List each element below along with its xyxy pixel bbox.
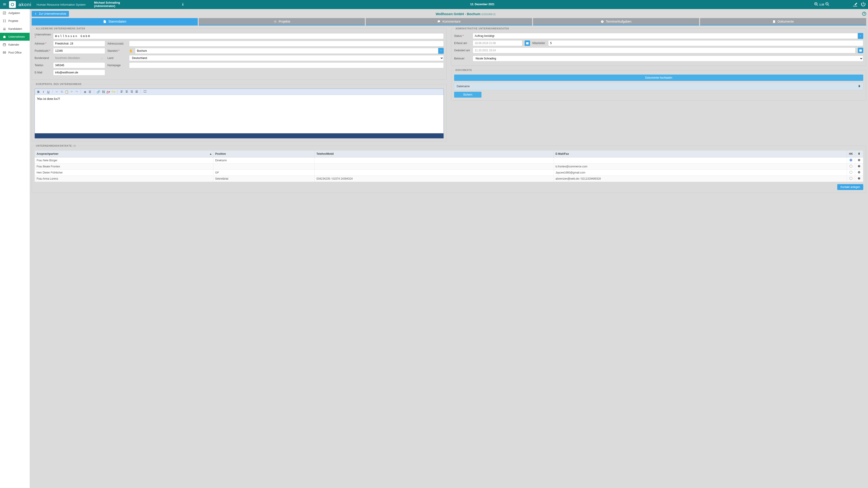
col-phone[interactable]: Telefon/Mobil (314, 151, 554, 158)
homepage-input[interactable] (129, 62, 444, 68)
col-hk[interactable]: HK (847, 151, 855, 158)
info-icon[interactable] (181, 2, 185, 7)
sidebar-item-postoffice[interactable]: Post Office (0, 48, 30, 57)
font-color-icon[interactable]: A▾ (106, 90, 110, 94)
new-contact-button[interactable]: Kontakt anlegen (837, 184, 863, 190)
rte-content[interactable]: Was ist denn los?! (35, 95, 443, 133)
table-row[interactable]: Herr Dieter FröhlicherGFJaycee1660@gmail… (35, 170, 863, 176)
settings-icon[interactable] (852, 2, 858, 7)
email-input[interactable] (53, 70, 105, 75)
label-status: Status (454, 34, 470, 37)
trash-icon[interactable] (858, 85, 861, 88)
status-dropdown-icon[interactable] (858, 33, 863, 39)
underline-icon[interactable]: U (46, 90, 50, 94)
zoom-in-icon[interactable] (814, 2, 818, 7)
cell-email: Jaycee1660@gmail.com (554, 170, 847, 176)
cut-icon[interactable]: ✂ (55, 90, 59, 94)
table-row[interactable]: Frau Anna LorenzSekretäriat034234235 / 0… (35, 176, 863, 182)
ul-icon[interactable]: ☰ (88, 90, 92, 94)
zip-input[interactable] (53, 48, 105, 54)
calendar-icon[interactable] (525, 40, 530, 46)
doc-col-filename: Dateiname (457, 85, 470, 88)
save-button[interactable]: Sichern (454, 92, 482, 98)
hk-radio[interactable] (849, 177, 852, 180)
table-row[interactable]: Frau Nele BürgerDirektorin (35, 158, 863, 164)
sidebar-item-aufgaben[interactable]: Aufgaben (0, 9, 30, 17)
hk-radio[interactable] (849, 159, 852, 162)
align-center-icon[interactable] (125, 90, 128, 94)
undo-icon[interactable]: ↶ (70, 90, 73, 94)
paste-icon[interactable]: 📋 (65, 90, 68, 94)
col-email[interactable]: E-Mail/Fax (554, 151, 847, 158)
company-name-input[interactable] (53, 33, 444, 39)
tab-dokumente[interactable]: Dokumente (700, 18, 866, 26)
unlink-icon[interactable]: ⛓ (101, 90, 105, 94)
info-icon[interactable]: ? (858, 165, 861, 168)
align-justify-icon[interactable] (135, 90, 138, 94)
info-icon[interactable]: ? (858, 177, 861, 181)
employees-input[interactable] (548, 40, 863, 46)
copy-icon[interactable]: ⧉ (60, 90, 64, 94)
redo-icon[interactable]: ↷ (75, 90, 79, 94)
col-position[interactable]: Position (213, 151, 315, 158)
label-mitarbeiter: Mitarbeiter (532, 41, 546, 45)
link-icon[interactable]: 🔗 (96, 90, 100, 94)
map-pin-icon[interactable]: ✋ (129, 49, 133, 53)
ol-icon[interactable]: ≣ (83, 90, 87, 94)
doc-table-header: Dateiname (454, 83, 863, 90)
street-input[interactable] (53, 41, 105, 46)
col-partner[interactable]: Ansprechpartner ▴ (35, 151, 213, 158)
tab-projekte[interactable]: Projekte (199, 18, 365, 26)
country-select[interactable]: Deutschland (129, 55, 444, 61)
sidebar-item-kalender[interactable]: Kalender (0, 41, 30, 48)
cell-email: alorenzen@web.de / 0211329489328 (554, 176, 847, 182)
svg-rect-2 (183, 4, 183, 6)
sidebar-item-projekte[interactable]: Projekte (0, 17, 30, 25)
svg-rect-26 (526, 42, 529, 43)
calendar-icon[interactable] (858, 48, 863, 53)
zoom-out-icon[interactable] (825, 2, 830, 7)
cell-name: Herr Dieter Fröhlicher (35, 170, 213, 176)
cell-email (554, 158, 847, 164)
owner-select[interactable]: Nicole Schrading (473, 56, 863, 61)
italic-icon[interactable]: I (41, 90, 45, 94)
align-left-icon[interactable] (120, 90, 123, 94)
tab-stammdaten[interactable]: Stammdaten (32, 18, 198, 26)
svg-text:?: ? (859, 177, 860, 180)
section-general-legend: ALLGEMEINE UNTERNEHMENS DATEN (35, 27, 87, 30)
hk-radio[interactable] (849, 165, 852, 168)
section-general: ALLGEMEINE UNTERNEHMENS DATEN Unternehme… (32, 27, 447, 80)
help-icon[interactable]: ? (862, 12, 866, 16)
sidebar-item-label: Kalender (8, 43, 19, 46)
tab-kommentare[interactable]: Kommentare (366, 18, 532, 26)
back-to-list-button[interactable]: Zur Unternehmensliste (32, 11, 69, 17)
sidebar-item-unternehmen[interactable]: Unternehmen (0, 33, 30, 41)
sidebar-item-kandidaten[interactable]: Kandidaten (0, 25, 30, 33)
city-dropdown-icon[interactable] (438, 48, 444, 54)
table-row[interactable]: Frau Beate Frontexb.frontex@commerce.com… (35, 164, 863, 170)
sort-asc-icon[interactable]: ▴ (210, 152, 211, 156)
rte-toolbar: B I U ✂ ⧉ 📋 ↶ ↷ (35, 89, 443, 95)
cell-position: Sekretäriat (213, 176, 315, 182)
addr2-input[interactable] (129, 41, 444, 46)
trash-icon[interactable] (858, 153, 861, 156)
phone-input[interactable] (53, 62, 105, 68)
tab-termine[interactable]: Termine/Aufgaben (533, 18, 699, 26)
upload-button[interactable]: Dokumente hochladen (454, 74, 863, 81)
menu-icon[interactable] (2, 2, 7, 7)
svg-line-4 (817, 5, 818, 6)
power-icon[interactable] (861, 2, 866, 7)
highlight-icon[interactable]: ✎▾ (112, 90, 115, 94)
fullscreen-icon[interactable] (143, 90, 147, 94)
page-title-text: Wollhosen GmbH - Bochum (436, 12, 480, 16)
cell-phone (314, 164, 554, 170)
bold-icon[interactable]: B (37, 90, 40, 94)
delete-icon[interactable] (858, 159, 861, 162)
city-input[interactable] (135, 48, 438, 54)
hk-radio[interactable] (849, 171, 852, 174)
align-right-icon[interactable] (130, 90, 133, 94)
delete-icon[interactable] (858, 171, 861, 174)
sidebar-item-label: Unternehmen (8, 35, 25, 38)
chevron-down-icon[interactable]: ⌄ (101, 57, 103, 60)
status-input[interactable] (473, 33, 858, 39)
